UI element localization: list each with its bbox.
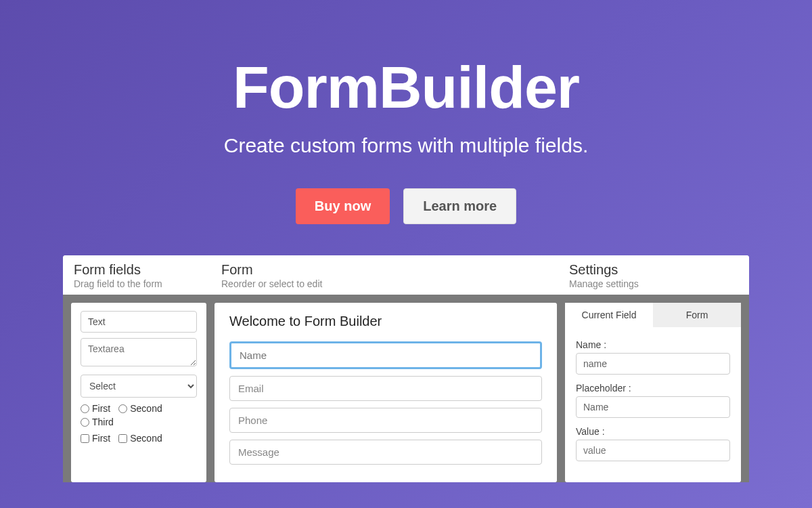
settings-header: Settings Manage settings xyxy=(558,255,749,295)
checkbox-option[interactable] xyxy=(81,434,89,443)
form-field-email[interactable] xyxy=(229,376,542,401)
tab-form[interactable]: Form xyxy=(653,303,741,327)
form-fields-header: Form fields Drag field to the form xyxy=(63,255,210,295)
form-subtitle: Reorder or select to edit xyxy=(221,278,547,289)
buy-now-button[interactable]: Buy now xyxy=(296,188,390,224)
settings-subtitle: Manage settings xyxy=(569,278,738,289)
radio-option[interactable] xyxy=(81,404,89,413)
radio-option[interactable] xyxy=(118,404,127,413)
form-field-message[interactable] xyxy=(229,440,542,465)
demo-screenshot: Form fields Drag field to the form Form … xyxy=(63,255,749,482)
form-field-phone[interactable] xyxy=(229,408,542,433)
settings-panel: Current Field Form Name : Placeholder : … xyxy=(565,303,741,482)
hero-title: FormBuilder xyxy=(233,53,579,122)
form-header: Form Reorder or select to edit xyxy=(210,255,558,295)
hero-subtitle: Create custom forms with multiple fields… xyxy=(224,134,589,157)
learn-more-button[interactable]: Learn more xyxy=(403,188,516,224)
form-canvas-title: Welcome to Form Builder xyxy=(229,314,542,329)
radio-option[interactable] xyxy=(81,418,89,427)
name-label: Name : xyxy=(576,339,730,350)
form-title: Form xyxy=(221,262,547,278)
checkbox-field-template[interactable]: First Second xyxy=(81,433,197,444)
name-input[interactable] xyxy=(576,353,730,375)
form-canvas-panel: Welcome to Form Builder xyxy=(215,303,557,482)
textarea-field-template[interactable] xyxy=(81,338,197,366)
form-fields-panel: Select First Second Third First Second xyxy=(71,303,206,482)
value-label: Value : xyxy=(576,426,730,437)
select-field-template[interactable]: Select xyxy=(81,375,197,398)
text-field-template[interactable] xyxy=(81,311,197,333)
placeholder-input[interactable] xyxy=(576,396,730,418)
value-input[interactable] xyxy=(576,440,730,461)
checkbox-option[interactable] xyxy=(118,434,127,443)
settings-title: Settings xyxy=(569,262,738,278)
placeholder-label: Placeholder : xyxy=(576,383,730,394)
settings-tabs: Current Field Form xyxy=(565,303,741,327)
form-fields-title: Form fields xyxy=(74,262,200,278)
hero-buttons: Buy now Learn more xyxy=(296,188,516,224)
tab-current-field[interactable]: Current Field xyxy=(565,303,653,327)
form-fields-subtitle: Drag field to the form xyxy=(74,278,200,289)
radio-field-template[interactable]: First Second Third xyxy=(81,403,197,427)
form-field-name[interactable] xyxy=(229,341,542,369)
